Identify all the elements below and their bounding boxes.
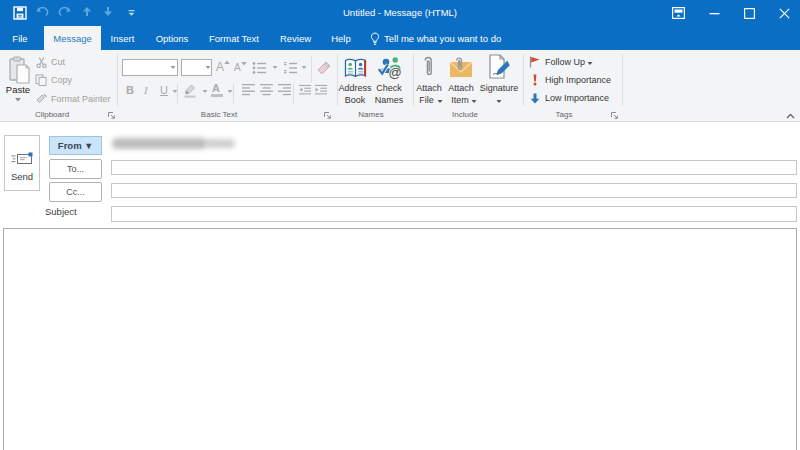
svg-text:@: @ bbox=[388, 65, 401, 79]
